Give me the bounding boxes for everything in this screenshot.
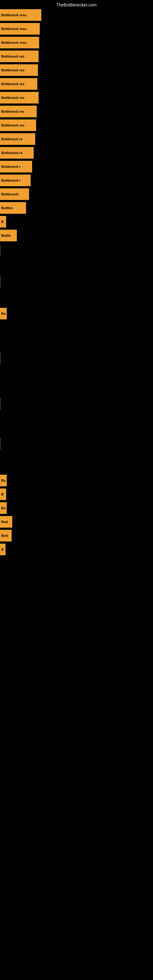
bar-item: Bottlen	[0, 202, 26, 214]
bar-label: Bottleneck res	[1, 54, 24, 58]
bar-item: Bottleneck resu	[0, 37, 39, 48]
bar-item: Bott	[0, 530, 12, 541]
bar-label: Bottleneck res	[1, 82, 24, 86]
bar-label: Bo	[1, 479, 6, 482]
bar-item: Bo	[0, 502, 7, 514]
line-item	[0, 245, 1, 257]
bar-label: B	[1, 220, 4, 224]
bar-label: Bottleneck res	[1, 96, 24, 100]
bar-label: Bottleneck res	[1, 123, 24, 127]
bar-item: B	[0, 216, 6, 228]
bar-item: Bottleneck res	[0, 92, 38, 103]
bar-item: Bottleneck res	[0, 78, 37, 90]
bar-item: Bott	[0, 516, 12, 528]
bar-item: Bottleneck r	[0, 161, 32, 172]
bar-label: Bottleneck res	[1, 68, 24, 72]
line-item	[0, 352, 1, 364]
site-title: TheBottlenecker.com	[56, 2, 97, 7]
line-item	[0, 275, 1, 287]
bar-label: Bottleneck resu	[1, 27, 27, 30]
bar-item: Bottleneck re	[0, 133, 35, 145]
bar-label: Bo	[1, 312, 6, 315]
bar-label: Bottlen	[1, 206, 13, 210]
bar-item: Bottleneck res	[0, 51, 38, 62]
bar-label: B	[1, 492, 4, 496]
line-item	[0, 398, 1, 410]
bar-label: B	[1, 547, 4, 551]
bar-item: Bottleneck r	[0, 175, 30, 186]
bar-label: Bott	[1, 534, 8, 538]
bar-label: Bottleneck r	[1, 165, 21, 169]
bar-label: Bottleneck	[1, 192, 18, 196]
bar-item: Bottle	[0, 230, 17, 241]
bar-label: Bo	[1, 506, 6, 510]
bar-item: Bottleneck res	[0, 106, 37, 117]
bar-label: Bottleneck re	[1, 137, 22, 141]
bar-label: Bottleneck res	[1, 110, 24, 113]
bar-item: Bottleneck resu	[0, 23, 40, 35]
bar-item: Bottleneck re	[0, 147, 33, 159]
bar-item: B	[0, 488, 6, 500]
line-item	[0, 438, 1, 450]
bar-item: Bo	[0, 308, 7, 320]
bar-label: Bottleneck resu	[1, 41, 27, 45]
bar-label: Bottle	[1, 234, 11, 237]
bar-item: Bottleneck res	[0, 119, 36, 131]
bar-label: Bottleneck r	[1, 178, 21, 182]
bar-label: Bott	[1, 520, 8, 524]
bar-item: Bo	[0, 475, 7, 486]
bar-label: Bottleneck resu	[1, 13, 27, 17]
bar-item: Bottleneck res	[0, 64, 38, 76]
bar-label: Bottleneck re	[1, 151, 22, 155]
bar-item: Bottleneck	[0, 188, 29, 200]
bar-item: B	[0, 544, 5, 555]
bar-item: Bottleneck resu	[0, 9, 41, 21]
